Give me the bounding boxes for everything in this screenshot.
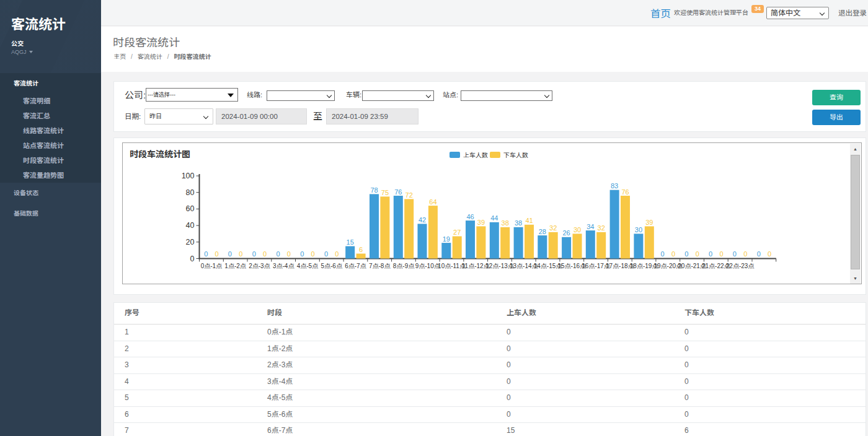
- svg-text:0: 0: [190, 255, 195, 263]
- svg-text:22点-23点: 22点-23点: [726, 263, 755, 269]
- svg-text:0: 0: [335, 250, 339, 258]
- svg-text:1点-2点: 1点-2点: [224, 263, 246, 269]
- svg-text:30: 30: [635, 226, 642, 233]
- svg-text:0: 0: [228, 250, 232, 258]
- svg-text:0: 0: [743, 250, 747, 258]
- svg-text:0: 0: [239, 250, 242, 258]
- svg-text:0: 0: [709, 250, 712, 258]
- svg-text:0: 0: [252, 250, 256, 258]
- svg-text:3点-4点: 3点-4点: [273, 263, 294, 269]
- svg-text:0: 0: [300, 250, 304, 258]
- svg-text:30: 30: [574, 226, 581, 233]
- svg-text:42: 42: [418, 216, 426, 224]
- svg-text:0: 0: [661, 250, 665, 258]
- svg-text:41: 41: [525, 217, 533, 224]
- svg-text:26: 26: [562, 229, 570, 237]
- svg-text:32: 32: [549, 224, 557, 232]
- svg-text:100: 100: [182, 172, 195, 180]
- svg-text:0: 0: [733, 250, 737, 258]
- svg-text:0: 0: [311, 250, 315, 258]
- svg-text:72: 72: [405, 191, 413, 199]
- svg-text:0: 0: [684, 250, 688, 258]
- svg-text:7点-8点: 7点-8点: [369, 263, 390, 269]
- svg-text:6点-7点: 6点-7点: [345, 263, 366, 269]
- svg-text:76: 76: [394, 188, 402, 196]
- svg-text:32: 32: [598, 224, 605, 232]
- svg-text:20: 20: [186, 238, 195, 246]
- svg-text:0: 0: [719, 250, 723, 258]
- svg-text:9点-10点: 9点-10点: [415, 263, 440, 269]
- svg-text:4点-5点: 4点-5点: [297, 263, 318, 269]
- svg-text:76: 76: [621, 188, 629, 196]
- svg-text:78: 78: [370, 186, 378, 194]
- svg-text:0: 0: [768, 250, 771, 258]
- svg-text:0: 0: [757, 250, 761, 258]
- svg-text:0点-1点: 0点-1点: [201, 263, 222, 269]
- svg-text:0: 0: [671, 250, 675, 258]
- svg-text:38: 38: [515, 219, 522, 227]
- svg-text:6: 6: [359, 246, 363, 253]
- svg-text:40: 40: [186, 221, 195, 230]
- svg-text:0: 0: [204, 250, 208, 258]
- svg-text:46: 46: [466, 213, 474, 220]
- svg-text:34: 34: [587, 223, 594, 230]
- svg-text:0: 0: [263, 250, 267, 258]
- svg-text:15: 15: [347, 238, 354, 246]
- svg-text:28: 28: [539, 228, 546, 235]
- svg-text:0: 0: [696, 250, 699, 258]
- svg-text:80: 80: [186, 188, 195, 197]
- svg-text:2点-3点: 2点-3点: [249, 263, 270, 269]
- svg-text:44: 44: [490, 214, 498, 222]
- svg-text:0: 0: [287, 250, 291, 258]
- svg-text:8点-9点: 8点-9点: [393, 263, 414, 269]
- svg-text:75: 75: [381, 189, 389, 196]
- svg-text:5点-6点: 5点-6点: [321, 263, 342, 269]
- svg-text:27: 27: [453, 229, 461, 236]
- svg-text:60: 60: [186, 204, 195, 213]
- svg-text:83: 83: [611, 182, 618, 190]
- svg-text:0: 0: [215, 250, 219, 258]
- svg-text:39: 39: [645, 219, 653, 226]
- svg-text:19: 19: [443, 235, 450, 243]
- svg-text:0: 0: [324, 250, 328, 258]
- svg-text:38: 38: [502, 219, 509, 227]
- svg-text:64: 64: [429, 198, 436, 206]
- svg-text:0: 0: [276, 250, 280, 258]
- svg-text:39: 39: [477, 219, 485, 226]
